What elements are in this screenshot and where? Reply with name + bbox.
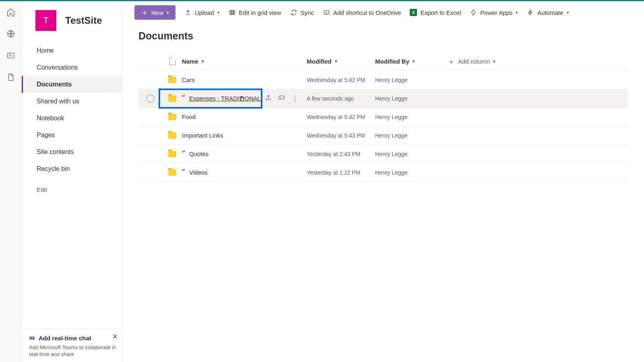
link-indicator-icon: ⇄ [182, 168, 185, 172]
table-row[interactable]: Cars Wednesday at 5:42 PM Henry Legge [138, 71, 628, 89]
modified-value: Wednesday at 5:42 PM [307, 114, 375, 120]
modified-value: Wednesday at 5:43 PM [307, 132, 375, 139]
excel-icon: X [410, 9, 417, 16]
site-header: T TestSite [22, 1, 122, 40]
table-row[interactable]: Important Links Wednesday at 5:43 PM Hen… [138, 126, 628, 145]
onedrive-button[interactable]: Add shortcut to OneDrive [323, 9, 401, 16]
upload-button[interactable]: Upload ▾ [184, 9, 220, 16]
chevron-down-icon: ▾ [516, 10, 518, 15]
chat-card-desc: Add Microsoft Teams to collaborate in re… [29, 344, 116, 358]
edit-grid-button[interactable]: Edit in grid view [229, 9, 281, 16]
column-name[interactable]: Name▾ [182, 58, 307, 65]
command-bar: ＋ New ▾ Upload ▾ Edit in grid view Sync … [122, 1, 644, 24]
file-type-column-icon[interactable] [169, 58, 175, 65]
app-rail [0, 1, 22, 362]
chevron-down-icon: ▾ [567, 10, 569, 15]
nav-shared[interactable]: Shared with us [22, 93, 122, 110]
automate-icon [527, 9, 534, 16]
more-icon[interactable]: ⋮ [291, 94, 299, 103]
column-modified-by[interactable]: Modified By▾ [375, 58, 448, 65]
nav-pages[interactable]: Pages [22, 127, 122, 144]
table-row[interactable]: Food Wednesday at 5:42 PM Henry Legge [138, 108, 628, 126]
add-column-button[interactable]: ＋Add column▾ [448, 58, 536, 65]
new-button[interactable]: ＋ New ▾ [134, 5, 175, 20]
modified-by-value: Henry Legge [375, 151, 448, 157]
item-name[interactable]: Important Links [182, 132, 223, 139]
folder-icon [168, 95, 176, 102]
teams-chat-card: ✕ T Add real-time chat Add Microsoft Tea… [22, 329, 122, 362]
chevron-down-icon: ▾ [202, 59, 204, 64]
documents-table: Name▾ Modified▾ Modified By▾ ＋Add column… [138, 52, 628, 182]
table-row[interactable]: ⇄Videos Yesterday at 1:22 PM Henry Legge [138, 163, 628, 182]
chevron-down-icon: ▾ [217, 10, 220, 15]
export-excel-button[interactable]: X Export to Excel [410, 9, 461, 16]
nav-conversations[interactable]: Conversations [22, 59, 122, 76]
sidebar: T TestSite Home Conversations Documents … [22, 1, 122, 362]
powerapps-label: Power Apps [480, 9, 512, 16]
chat-card-title: Add real-time chat [39, 335, 91, 341]
main: ＋ New ▾ Upload ▾ Edit in grid view Sync … [122, 1, 644, 362]
modified-by-value: Henry Legge [375, 169, 448, 176]
item-name[interactable]: Expenses - TRADITIONAL [189, 95, 261, 102]
nav-home[interactable]: Home [22, 42, 122, 59]
svg-rect-7 [230, 10, 235, 15]
powerapps-button[interactable]: Power Apps ▾ [470, 9, 518, 16]
folder-icon [168, 132, 176, 139]
modified-value: Yesterday at 1:22 PM [307, 169, 375, 176]
document-icon[interactable] [6, 73, 15, 82]
folder-icon [168, 169, 176, 176]
row-actions: ⋮ [265, 94, 299, 103]
plus-icon: ＋ [448, 58, 455, 65]
chevron-down-icon: ▾ [167, 10, 169, 15]
select-row-checkbox[interactable] [147, 95, 155, 103]
table-row[interactable]: ⇄Quotes Yesterday at 2:43 PM Henry Legge [138, 145, 628, 163]
onedrive-label: Add shortcut to OneDrive [333, 9, 401, 16]
modified-value: Yesterday at 2:43 PM [307, 151, 375, 157]
modified-by-value: Henry Legge [375, 114, 448, 120]
column-modified[interactable]: Modified▾ [307, 58, 375, 65]
share-icon[interactable] [265, 94, 272, 101]
onedrive-shortcut-icon [323, 9, 330, 16]
folder-icon [168, 151, 176, 157]
upload-icon [184, 9, 192, 16]
globe-icon[interactable] [6, 29, 15, 38]
item-name[interactable]: Cars [182, 76, 195, 83]
plus-icon: ＋ [141, 9, 148, 16]
nav-site-contents[interactable]: Site contents [22, 144, 122, 160]
item-name[interactable]: Food [182, 113, 196, 120]
home-icon[interactable] [6, 8, 15, 16]
nav-documents[interactable]: Documents [22, 76, 122, 93]
sync-button[interactable]: Sync [290, 9, 314, 16]
sync-label: Sync [301, 9, 314, 16]
site-title[interactable]: TestSite [65, 15, 102, 26]
news-icon[interactable] [6, 51, 15, 60]
page-title: Documents [138, 30, 628, 42]
sync-icon [290, 9, 297, 16]
folder-icon [168, 114, 176, 120]
item-name[interactable]: Videos [189, 169, 208, 176]
close-icon[interactable]: ✕ [112, 332, 118, 341]
upload-label: Upload [195, 9, 214, 16]
site-logo[interactable]: T [35, 10, 56, 31]
automate-button[interactable]: Automate ▾ [527, 9, 569, 16]
nav-edit[interactable]: Edit [22, 181, 122, 198]
modified-value: Wednesday at 5:42 PM [307, 77, 375, 83]
svg-rect-1 [7, 53, 14, 58]
new-label: New [151, 9, 163, 16]
modified-by-value: Henry Legge [375, 95, 448, 102]
export-label: Export to Excel [420, 9, 461, 16]
site-nav: Home Conversations Documents Shared with… [22, 40, 122, 329]
nav-notebook[interactable]: Notebook [22, 110, 122, 127]
item-name[interactable]: Quotes [189, 150, 208, 157]
nav-recycle-bin[interactable]: Recycle bin [22, 160, 122, 177]
table-row[interactable]: ⇄Expenses - TRADITIONAL ⋮ A few seconds … [138, 89, 628, 108]
svg-rect-13 [279, 96, 284, 99]
folder-icon [168, 77, 176, 83]
modified-by-value: Henry Legge [375, 77, 448, 83]
chevron-down-icon: ▾ [413, 59, 415, 64]
modified-value: A few seconds ago [307, 95, 375, 102]
grid-icon [229, 9, 236, 16]
svg-point-6 [33, 336, 34, 337]
chevron-down-icon: ▾ [493, 59, 495, 64]
link-icon[interactable] [278, 94, 285, 101]
